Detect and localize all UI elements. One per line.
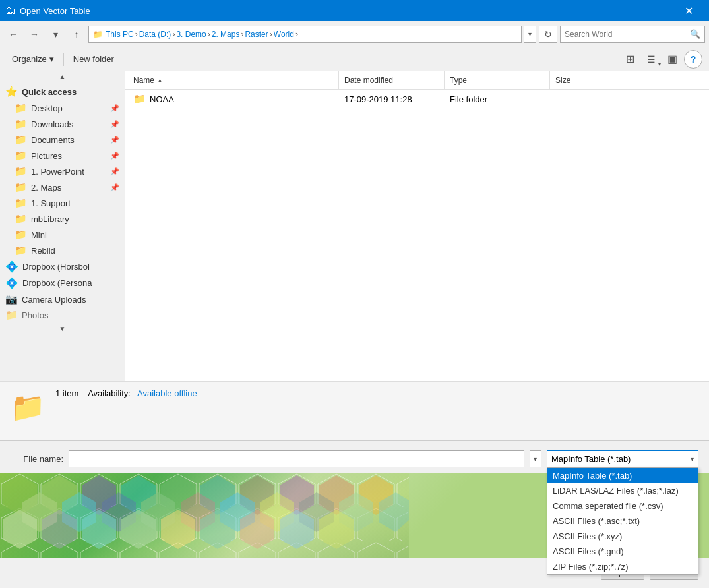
title-bar-left: 🗂 Open Vector Table (5, 5, 90, 16)
camera-icon: 📷 (5, 293, 18, 305)
sidebar-item-dropbox2[interactable]: 💠 Dropbox (Persona (0, 275, 125, 291)
sidebar: ▲ ⭐ Quick access 📁 Desktop 📌 📁 Downloads… (0, 71, 125, 381)
sidebar-item-label: Downloads (31, 119, 73, 129)
filetype-selected-label: MapInfo Table (*.tab) (551, 454, 631, 464)
forward-button[interactable]: → (25, 25, 44, 44)
table-row[interactable]: 📁 NOAA 17-09-2019 11:28 File folder (125, 90, 709, 108)
sidebar-item-photos[interactable]: 📁 Photos (0, 307, 125, 323)
column-header-name[interactable]: Name ▲ (128, 71, 339, 90)
sidebar-item-mini[interactable]: 📁 Mini (0, 227, 125, 243)
folder-icon: 📁 (5, 309, 18, 321)
sidebar-item-downloads[interactable]: 📁 Downloads 📌 (0, 116, 125, 132)
back-button[interactable]: ← (4, 25, 22, 44)
new-folder-button[interactable]: New folder (68, 50, 119, 69)
filename-row: File name: ▾ MapInfo Table (*.tab) ▾ Map… (0, 441, 709, 473)
filetype-dropdown-selected[interactable]: MapInfo Table (*.tab) ▾ (547, 450, 698, 467)
sidebar-item-powerpoint[interactable]: 📁 1. PowerPoint 📌 (0, 163, 125, 179)
column-header-date[interactable]: Date modified (339, 71, 445, 90)
file-list-body: 📁 NOAA 17-09-2019 11:28 File folder (125, 90, 709, 381)
app-icon: 🗂 (5, 5, 16, 16)
status-count: 1 item Availability: Available offline (55, 388, 197, 398)
sidebar-item-dropbox1[interactable]: 💠 Dropbox (Horsbol (0, 258, 125, 275)
main-content: ▲ ⭐ Quick access 📁 Desktop 📌 📁 Downloads… (0, 71, 709, 381)
address-bar: ← → ▾ ↑ 📁 This PC › Data (D:) › 3. Demo … (0, 21, 709, 47)
bottom-area: File name: ▾ MapInfo Table (*.tab) ▾ Map… (0, 440, 709, 585)
status-bar: 📁 1 item Availability: Available offline (0, 381, 709, 440)
view-large-icons-button[interactable]: ⊞ (621, 50, 639, 69)
status-info: 1 item Availability: Available offline (55, 388, 197, 398)
filetype-option-zip[interactable]: ZIP Files (*.zip;*.7z) (547, 559, 698, 574)
sidebar-scroll-up[interactable]: ▲ (0, 71, 125, 82)
address-dropdown-button[interactable]: ▾ (524, 26, 536, 43)
sort-arrow-icon: ▲ (157, 77, 163, 84)
folder-icon: 📁 (15, 229, 27, 241)
sidebar-item-label: 1. PowerPoint (31, 167, 84, 177)
filetype-option-las[interactable]: LiDAR LAS/LAZ Files (*.las;*.laz) (547, 483, 698, 498)
sidebar-item-maps[interactable]: 📁 2. Maps 📌 (0, 179, 125, 195)
file-folder-icon: 📁 (133, 93, 146, 105)
breadcrumb-item[interactable]: World (274, 30, 294, 39)
sidebar-item-pictures[interactable]: 📁 Pictures 📌 (0, 148, 125, 163)
sidebar-scroll-down[interactable]: ▼ (0, 323, 125, 334)
preview-pane-button[interactable]: ▣ (663, 50, 681, 69)
toolbar-right: ⊞ ☰ ▾ ▣ ? (621, 50, 702, 69)
view-details-button[interactable]: ☰ ▾ (642, 50, 660, 69)
sidebar-item-label: Mini (31, 230, 47, 240)
view-dropdown-arrow: ▾ (658, 61, 661, 67)
column-header-size[interactable]: Size (550, 71, 616, 90)
window-title: Open Vector Table (20, 6, 90, 16)
filetype-option-csv[interactable]: Comma seperated file (*.csv) (547, 498, 698, 514)
folder-icon: 📁 (15, 245, 27, 256)
sidebar-item-documents[interactable]: 📁 Documents 📌 (0, 132, 125, 148)
pin-icon: 📌 (110, 152, 119, 160)
column-header-type[interactable]: Type (445, 71, 550, 90)
sidebar-item-rebild[interactable]: 📁 Rebild (0, 243, 125, 258)
dropdown-recent-button[interactable]: ▾ (46, 25, 65, 44)
sidebar-item-mblibrary[interactable]: 📁 mbLibrary (0, 211, 125, 227)
file-list-header: Name ▲ Date modified Type Size (125, 71, 709, 90)
status-folder-icon: 📁 (11, 391, 45, 423)
sidebar-item-label: Photos (22, 310, 48, 320)
sidebar-item-label: Dropbox (Horsbol (22, 262, 90, 272)
breadcrumb-item[interactable]: Raster (245, 30, 268, 39)
sidebar-item-label: Rebild (31, 246, 55, 256)
folder-icon: 📁 (15, 181, 27, 193)
up-button[interactable]: ↑ (67, 25, 86, 44)
address-path[interactable]: 📁 This PC › Data (D:) › 3. Demo › 2. Map… (88, 26, 522, 43)
search-input[interactable] (565, 30, 690, 39)
sidebar-item-label: mbLibrary (31, 214, 69, 224)
close-button[interactable]: ✕ (673, 0, 704, 21)
folder-icon: 📁 (15, 102, 27, 114)
quick-access-icon: ⭐ (5, 86, 18, 98)
help-button[interactable]: ? (684, 50, 702, 69)
organize-button[interactable]: Organize ▾ (7, 50, 59, 69)
toolbar: Organize ▾ New folder ⊞ ☰ ▾ ▣ ? (0, 47, 709, 71)
filetype-option-asc[interactable]: ASCII Files (*.asc;*.txt) (547, 514, 698, 529)
breadcrumb-item[interactable]: 2. Maps (212, 30, 240, 39)
sidebar-section-quick-access[interactable]: ⭐ Quick access (0, 82, 125, 100)
file-list: Name ▲ Date modified Type Size 📁 NOAA 17… (125, 71, 709, 381)
sidebar-item-label: Camera Uploads (22, 295, 86, 305)
filetype-dropdown-arrow-icon: ▾ (691, 456, 694, 463)
view-details-icon: ☰ (647, 54, 656, 65)
breadcrumb-item[interactable]: Data (D:) (139, 30, 171, 39)
filetype-option-gnd[interactable]: ASCII Files (*.gnd) (547, 544, 698, 559)
sidebar-item-support[interactable]: 📁 1. Support (0, 195, 125, 211)
file-name-cell: 📁 NOAA (128, 93, 339, 105)
breadcrumb-item[interactable]: This PC (106, 30, 134, 39)
filetype-option-tab[interactable]: MapInfo Table (*.tab) (547, 468, 698, 483)
quick-access-label: Quick access (22, 87, 77, 97)
folder-icon: 📁 (15, 213, 27, 225)
refresh-button[interactable]: ↻ (539, 26, 557, 43)
filename-dropdown-arrow[interactable]: ▾ (530, 450, 541, 467)
breadcrumb-home-icon: 📁 (93, 30, 103, 39)
folder-icon: 📁 (15, 134, 27, 146)
filetype-option-xyz[interactable]: ASCII Files (*.xyz) (547, 529, 698, 544)
availability-value: Available offline (137, 388, 197, 398)
breadcrumb-item[interactable]: 3. Demo (176, 30, 206, 39)
toolbar-separator (63, 53, 64, 66)
sidebar-item-camera[interactable]: 📷 Camera Uploads (0, 291, 125, 307)
sidebar-item-desktop[interactable]: 📁 Desktop 📌 (0, 100, 125, 116)
svg-rect-31 (0, 473, 409, 558)
filename-input[interactable] (69, 450, 524, 467)
